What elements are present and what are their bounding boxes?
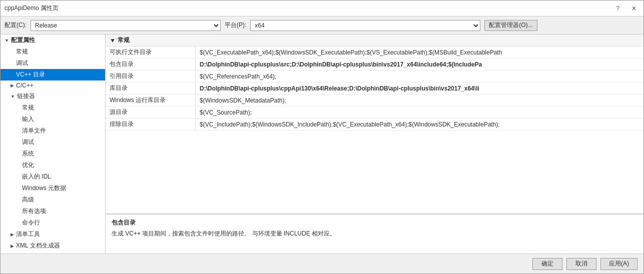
spacer-icon: ▶ <box>17 152 20 156</box>
sidebar-item-linker-idl[interactable]: ▶嵌入的 IDL <box>1 171 105 182</box>
spacer-icon: ▶ <box>17 198 20 202</box>
sidebar-item-cpp[interactable]: ▶C/C++ <box>1 80 105 90</box>
sidebar-item-linker-debug[interactable]: ▶调试 <box>1 136 105 148</box>
sidebar-item-xml-gen[interactable]: ▶XML 文档生成器 <box>1 240 105 252</box>
sidebar-item-linker-system[interactable]: ▶系统 <box>1 148 105 160</box>
spacer-icon: ▶ <box>11 61 14 66</box>
sidebar-item-label: 所有选项 <box>22 207 46 216</box>
desc-title: 包含目录 <box>112 218 637 227</box>
ok-button[interactable]: 确定 <box>532 258 562 270</box>
sidebar-item-label: 常规 <box>22 104 34 112</box>
sidebar-item-label: 输入 <box>22 115 34 124</box>
sidebar: ▼配置属性▶常规▶调试▶VC++ 目录▶C/C++▼链接器▶常规▶输入▶清单文件… <box>1 34 106 254</box>
sidebar-item-label: 链接器 <box>17 92 35 100</box>
expand-icon: ▶ <box>11 232 14 237</box>
section-header: ▼ 常规 <box>106 34 643 46</box>
sidebar-item-manifest-tool[interactable]: ▶清单工具 <box>1 228 105 240</box>
spacer-icon: ▶ <box>17 140 20 145</box>
spacer-icon: ▶ <box>17 186 20 191</box>
sidebar-item-label: 配置属性 <box>11 36 35 44</box>
prop-name: 引用目录 <box>106 70 196 82</box>
sidebar-item-linker-manifest[interactable]: ▶清单文件 <box>1 125 105 136</box>
prop-value: $(VC_SourcePath); <box>196 106 643 118</box>
sidebar-item-general[interactable]: ▶常规 <box>1 46 105 58</box>
config-label: 配置(C): <box>5 21 27 30</box>
section-toggle: ▼ <box>110 37 116 44</box>
sidebar-item-label: 嵌入的 IDL <box>22 172 51 181</box>
expand-icon: ▶ <box>11 244 14 248</box>
prop-row[interactable]: 源目录$(VC_SourcePath); <box>106 106 643 118</box>
sidebar-item-linker-optimize[interactable]: ▶优化 <box>1 160 105 171</box>
spacer-icon: ▶ <box>17 174 20 180</box>
sidebar-item-config-props[interactable]: ▼配置属性 <box>1 34 105 46</box>
desc-text: 生成 VC++ 项目期间，搜索包含文件时使用的路径。 与环境变量 INCLUDE… <box>112 229 637 238</box>
sidebar-item-label: 优化 <box>22 161 34 170</box>
sidebar-item-linker-allopts[interactable]: ▶所有选项 <box>1 206 105 217</box>
config-manager-button[interactable]: 配置管理器(O)... <box>484 20 537 31</box>
spacer-icon: ▶ <box>17 106 20 110</box>
expand-icon: ▶ <box>11 83 14 88</box>
spacer-icon: ▶ <box>17 163 20 168</box>
sidebar-item-linker-advanced[interactable]: ▶高级 <box>1 194 105 206</box>
apply-button[interactable]: 应用(A) <box>600 258 637 270</box>
sidebar-scroll: ▼配置属性▶常规▶调试▶VC++ 目录▶C/C++▼链接器▶常规▶输入▶清单文件… <box>1 34 105 254</box>
spacer-icon: ▶ <box>11 72 14 78</box>
sidebar-item-label: 系统 <box>22 150 34 158</box>
platform-label: 平台(P): <box>225 21 246 30</box>
prop-row[interactable]: Windows 运行库目录$(WindowsSDK_MetadataPath); <box>106 94 643 106</box>
prop-name: 源目录 <box>106 106 196 118</box>
spacer-icon: ▶ <box>17 117 20 122</box>
sidebar-item-label: 常规 <box>16 48 28 56</box>
title-bar: cppApiDemo 属性页 ? ✕ <box>1 0 643 16</box>
property-page-window: cppApiDemo 属性页 ? ✕ 配置(C): Release 平台(P):… <box>0 0 644 274</box>
cancel-button[interactable]: 取消 <box>566 258 596 270</box>
sidebar-item-label: C/C++ <box>16 82 34 89</box>
sidebar-item-label: 调试 <box>22 138 34 146</box>
prop-row[interactable]: 引用目录$(VC_ReferencesPath_x64); <box>106 70 643 82</box>
sidebar-item-linker-winmeta[interactable]: ▶Windows 元数据 <box>1 182 105 194</box>
platform-select[interactable]: x64 <box>250 20 480 31</box>
prop-value: $(VC_ExecutablePath_x64);$(WindowsSDK_Ex… <box>196 46 643 58</box>
prop-value: D:\DolphinDB\api-cplusplus\src;D:\Dolphi… <box>196 58 643 70</box>
config-select[interactable]: Release <box>31 20 221 31</box>
toolbar: 配置(C): Release 平台(P): x64 配置管理器(O)... <box>1 16 643 34</box>
help-button[interactable]: ? <box>613 4 622 13</box>
spacer-icon: ▶ <box>17 220 20 226</box>
prop-row[interactable]: 库目录D:\DolphinDB\api-cplusplus\cppApi130\… <box>106 82 643 94</box>
section-label: 常规 <box>118 36 130 44</box>
right-panel: ▼ 常规 可执行文件目录$(VC_ExecutablePath_x64);$(W… <box>106 34 643 254</box>
prop-name: 包含目录 <box>106 58 196 70</box>
prop-row[interactable]: 包含目录D:\DolphinDB\api-cplusplus\src;D:\Do… <box>106 58 643 70</box>
prop-value: $(VC_ReferencesPath_x64); <box>196 70 643 82</box>
sidebar-item-label: 清单工具 <box>16 230 40 238</box>
sidebar-item-label: 高级 <box>22 196 34 204</box>
expand-icon: ▼ <box>11 94 15 99</box>
close-button[interactable]: ✕ <box>628 4 639 13</box>
description-panel: 包含目录 生成 VC++ 项目期间，搜索包含文件时使用的路径。 与环境变量 IN… <box>106 214 643 254</box>
prop-name: 可执行文件目录 <box>106 46 196 58</box>
prop-row[interactable]: 可执行文件目录$(VC_ExecutablePath_x64);$(Window… <box>106 46 643 58</box>
spacer-icon: ▶ <box>17 128 20 134</box>
sidebar-item-debug[interactable]: ▶调试 <box>1 58 105 69</box>
sidebar-item-label: XML 文档生成器 <box>16 242 60 250</box>
title-bar-controls: ? ✕ <box>613 4 639 13</box>
prop-name: 库目录 <box>106 82 196 94</box>
prop-name: Windows 运行库目录 <box>106 94 196 106</box>
sidebar-item-label: 清单文件 <box>22 126 46 135</box>
main-content: ▼配置属性▶常规▶调试▶VC++ 目录▶C/C++▼链接器▶常规▶输入▶清单文件… <box>1 34 643 254</box>
sidebar-item-linker-input[interactable]: ▶输入 <box>1 114 105 125</box>
sidebar-item-vc-dirs[interactable]: ▶VC++ 目录 <box>1 69 105 80</box>
spacer-icon: ▶ <box>17 209 20 214</box>
sidebar-item-linker[interactable]: ▼链接器 <box>1 90 105 102</box>
prop-value: $(VC_IncludePath);$(WindowsSDK_IncludePa… <box>196 118 643 130</box>
prop-name: 排除目录 <box>106 118 196 130</box>
sidebar-item-linker-general[interactable]: ▶常规 <box>1 102 105 114</box>
window-title: cppApiDemo 属性页 <box>5 4 59 12</box>
prop-value: $(WindowsSDK_MetadataPath); <box>196 94 643 106</box>
props-table: ▼ 常规 可执行文件目录$(VC_ExecutablePath_x64);$(W… <box>106 34 643 214</box>
spacer-icon: ▶ <box>11 50 14 54</box>
prop-row[interactable]: 排除目录$(VC_IncludePath);$(WindowsSDK_Inclu… <box>106 118 643 130</box>
sidebar-item-linker-cmdline[interactable]: ▶命令行 <box>1 217 105 228</box>
prop-value: D:\DolphinDB\api-cplusplus\cppApi130\x64… <box>196 82 643 94</box>
sidebar-item-label: VC++ 目录 <box>16 70 45 79</box>
